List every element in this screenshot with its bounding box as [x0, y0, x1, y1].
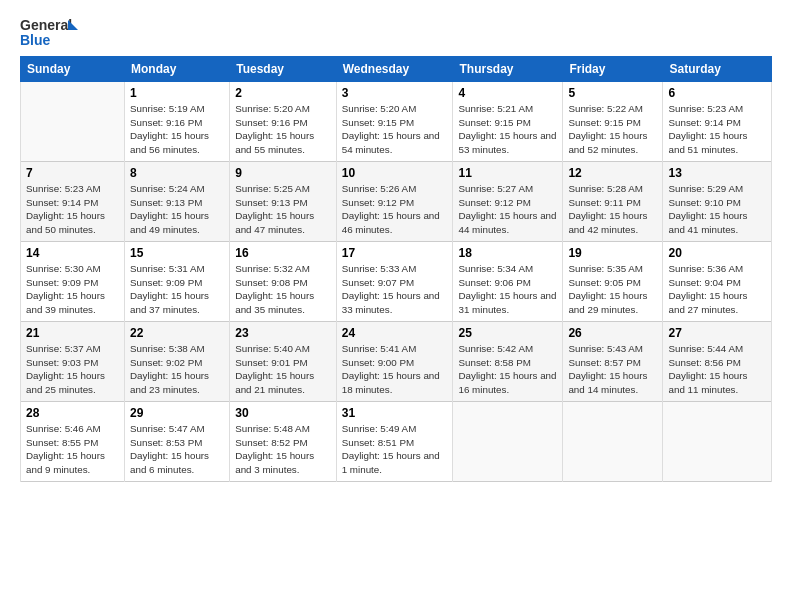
weekday-header-row: SundayMondayTuesdayWednesdayThursdayFrid…	[21, 57, 772, 82]
day-info: Sunrise: 5:34 AMSunset: 9:06 PMDaylight:…	[458, 262, 557, 317]
day-number: 6	[668, 86, 766, 100]
day-info: Sunrise: 5:49 AMSunset: 8:51 PMDaylight:…	[342, 422, 448, 477]
day-info: Sunrise: 5:28 AMSunset: 9:11 PMDaylight:…	[568, 182, 657, 237]
day-info: Sunrise: 5:43 AMSunset: 8:57 PMDaylight:…	[568, 342, 657, 397]
day-number: 2	[235, 86, 331, 100]
calendar-cell: 15Sunrise: 5:31 AMSunset: 9:09 PMDayligh…	[125, 242, 230, 322]
day-info: Sunrise: 5:37 AMSunset: 9:03 PMDaylight:…	[26, 342, 119, 397]
day-number: 4	[458, 86, 557, 100]
calendar-cell: 24Sunrise: 5:41 AMSunset: 9:00 PMDayligh…	[336, 322, 453, 402]
weekday-header-sunday: Sunday	[21, 57, 125, 82]
calendar-cell: 31Sunrise: 5:49 AMSunset: 8:51 PMDayligh…	[336, 402, 453, 482]
day-number: 20	[668, 246, 766, 260]
svg-marker-2	[68, 20, 78, 30]
day-number: 11	[458, 166, 557, 180]
day-info: Sunrise: 5:26 AMSunset: 9:12 PMDaylight:…	[342, 182, 448, 237]
calendar-cell: 19Sunrise: 5:35 AMSunset: 9:05 PMDayligh…	[563, 242, 663, 322]
day-info: Sunrise: 5:22 AMSunset: 9:15 PMDaylight:…	[568, 102, 657, 157]
day-number: 22	[130, 326, 224, 340]
day-info: Sunrise: 5:25 AMSunset: 9:13 PMDaylight:…	[235, 182, 331, 237]
day-number: 10	[342, 166, 448, 180]
calendar-cell: 27Sunrise: 5:44 AMSunset: 8:56 PMDayligh…	[663, 322, 772, 402]
day-number: 19	[568, 246, 657, 260]
day-number: 13	[668, 166, 766, 180]
day-number: 30	[235, 406, 331, 420]
svg-text:General: General	[20, 17, 72, 33]
day-number: 12	[568, 166, 657, 180]
calendar-cell	[563, 402, 663, 482]
day-number: 3	[342, 86, 448, 100]
weekday-header-wednesday: Wednesday	[336, 57, 453, 82]
weekday-header-tuesday: Tuesday	[230, 57, 337, 82]
calendar-cell: 18Sunrise: 5:34 AMSunset: 9:06 PMDayligh…	[453, 242, 563, 322]
day-info: Sunrise: 5:23 AMSunset: 9:14 PMDaylight:…	[26, 182, 119, 237]
day-info: Sunrise: 5:20 AMSunset: 9:16 PMDaylight:…	[235, 102, 331, 157]
calendar-cell: 17Sunrise: 5:33 AMSunset: 9:07 PMDayligh…	[336, 242, 453, 322]
day-info: Sunrise: 5:46 AMSunset: 8:55 PMDaylight:…	[26, 422, 119, 477]
day-number: 27	[668, 326, 766, 340]
calendar-cell: 30Sunrise: 5:48 AMSunset: 8:52 PMDayligh…	[230, 402, 337, 482]
day-number: 16	[235, 246, 331, 260]
day-number: 15	[130, 246, 224, 260]
calendar-cell: 29Sunrise: 5:47 AMSunset: 8:53 PMDayligh…	[125, 402, 230, 482]
day-info: Sunrise: 5:36 AMSunset: 9:04 PMDaylight:…	[668, 262, 766, 317]
day-info: Sunrise: 5:44 AMSunset: 8:56 PMDaylight:…	[668, 342, 766, 397]
calendar-cell: 1Sunrise: 5:19 AMSunset: 9:16 PMDaylight…	[125, 82, 230, 162]
calendar-cell: 11Sunrise: 5:27 AMSunset: 9:12 PMDayligh…	[453, 162, 563, 242]
calendar-cell: 23Sunrise: 5:40 AMSunset: 9:01 PMDayligh…	[230, 322, 337, 402]
calendar-cell	[663, 402, 772, 482]
day-number: 8	[130, 166, 224, 180]
day-number: 23	[235, 326, 331, 340]
calendar-week-row: 7Sunrise: 5:23 AMSunset: 9:14 PMDaylight…	[21, 162, 772, 242]
calendar-cell	[21, 82, 125, 162]
day-number: 14	[26, 246, 119, 260]
day-number: 5	[568, 86, 657, 100]
header: GeneralBlue	[20, 16, 772, 48]
day-number: 9	[235, 166, 331, 180]
calendar-cell: 8Sunrise: 5:24 AMSunset: 9:13 PMDaylight…	[125, 162, 230, 242]
calendar-week-row: 28Sunrise: 5:46 AMSunset: 8:55 PMDayligh…	[21, 402, 772, 482]
calendar-cell: 10Sunrise: 5:26 AMSunset: 9:12 PMDayligh…	[336, 162, 453, 242]
day-number: 17	[342, 246, 448, 260]
calendar-cell: 16Sunrise: 5:32 AMSunset: 9:08 PMDayligh…	[230, 242, 337, 322]
day-number: 21	[26, 326, 119, 340]
calendar-cell: 21Sunrise: 5:37 AMSunset: 9:03 PMDayligh…	[21, 322, 125, 402]
calendar-cell: 3Sunrise: 5:20 AMSunset: 9:15 PMDaylight…	[336, 82, 453, 162]
calendar-cell: 2Sunrise: 5:20 AMSunset: 9:16 PMDaylight…	[230, 82, 337, 162]
day-info: Sunrise: 5:29 AMSunset: 9:10 PMDaylight:…	[668, 182, 766, 237]
calendar-cell: 6Sunrise: 5:23 AMSunset: 9:14 PMDaylight…	[663, 82, 772, 162]
day-number: 25	[458, 326, 557, 340]
calendar-cell: 26Sunrise: 5:43 AMSunset: 8:57 PMDayligh…	[563, 322, 663, 402]
day-number: 26	[568, 326, 657, 340]
day-number: 1	[130, 86, 224, 100]
weekday-header-monday: Monday	[125, 57, 230, 82]
day-info: Sunrise: 5:19 AMSunset: 9:16 PMDaylight:…	[130, 102, 224, 157]
day-info: Sunrise: 5:40 AMSunset: 9:01 PMDaylight:…	[235, 342, 331, 397]
logo: GeneralBlue	[20, 16, 80, 48]
calendar-cell: 4Sunrise: 5:21 AMSunset: 9:15 PMDaylight…	[453, 82, 563, 162]
day-number: 18	[458, 246, 557, 260]
day-info: Sunrise: 5:41 AMSunset: 9:00 PMDaylight:…	[342, 342, 448, 397]
day-number: 7	[26, 166, 119, 180]
day-info: Sunrise: 5:31 AMSunset: 9:09 PMDaylight:…	[130, 262, 224, 317]
day-info: Sunrise: 5:30 AMSunset: 9:09 PMDaylight:…	[26, 262, 119, 317]
calendar-cell: 7Sunrise: 5:23 AMSunset: 9:14 PMDaylight…	[21, 162, 125, 242]
day-info: Sunrise: 5:20 AMSunset: 9:15 PMDaylight:…	[342, 102, 448, 157]
day-info: Sunrise: 5:38 AMSunset: 9:02 PMDaylight:…	[130, 342, 224, 397]
calendar-cell	[453, 402, 563, 482]
day-info: Sunrise: 5:33 AMSunset: 9:07 PMDaylight:…	[342, 262, 448, 317]
calendar-table: SundayMondayTuesdayWednesdayThursdayFrid…	[20, 56, 772, 482]
calendar-week-row: 1Sunrise: 5:19 AMSunset: 9:16 PMDaylight…	[21, 82, 772, 162]
weekday-header-saturday: Saturday	[663, 57, 772, 82]
calendar-cell: 13Sunrise: 5:29 AMSunset: 9:10 PMDayligh…	[663, 162, 772, 242]
calendar-week-row: 14Sunrise: 5:30 AMSunset: 9:09 PMDayligh…	[21, 242, 772, 322]
day-info: Sunrise: 5:32 AMSunset: 9:08 PMDaylight:…	[235, 262, 331, 317]
day-info: Sunrise: 5:35 AMSunset: 9:05 PMDaylight:…	[568, 262, 657, 317]
calendar-cell: 28Sunrise: 5:46 AMSunset: 8:55 PMDayligh…	[21, 402, 125, 482]
svg-text:Blue: Blue	[20, 32, 51, 48]
day-number: 29	[130, 406, 224, 420]
day-info: Sunrise: 5:24 AMSunset: 9:13 PMDaylight:…	[130, 182, 224, 237]
calendar-cell: 12Sunrise: 5:28 AMSunset: 9:11 PMDayligh…	[563, 162, 663, 242]
day-number: 31	[342, 406, 448, 420]
calendar-cell: 22Sunrise: 5:38 AMSunset: 9:02 PMDayligh…	[125, 322, 230, 402]
